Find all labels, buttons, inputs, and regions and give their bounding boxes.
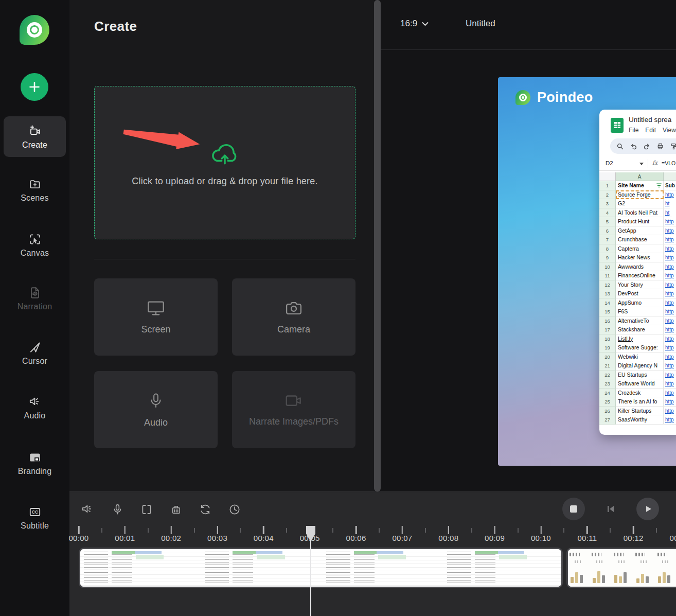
sheet-menu-edit: Edit: [645, 127, 656, 134]
aspect-ratio-value: 16:9: [400, 19, 417, 29]
clip-thumbnail-frame: [655, 549, 676, 587]
sheet-row: 20Webwikihttp: [599, 353, 676, 362]
audio-capture-button[interactable]: Audio: [94, 371, 218, 448]
create-panel: Create Click to upload or drag & drop yo…: [69, 0, 374, 491]
sheet-row: 17Stacksharehttp: [599, 325, 676, 335]
site-name-cell: AppSumo: [616, 298, 664, 308]
sheet-doc-title: Untitled sprea: [629, 116, 671, 124]
sheet-window: Untitled sprea File Edit View: [599, 110, 676, 435]
panel-title: Create: [94, 19, 137, 34]
row-number: 12: [599, 280, 616, 290]
column-b-header: [664, 172, 676, 181]
site-name-cell: Software World: [616, 379, 664, 389]
ruler-tick-major: [170, 526, 172, 534]
sheet-row: 12Your Storyhttp: [599, 280, 676, 290]
row-number: 19: [599, 343, 616, 353]
sheet-header-row: 1 Site Name Sub: [599, 181, 676, 190]
redo-icon: [644, 143, 650, 150]
camera-capture-button[interactable]: Camera: [232, 278, 355, 356]
preview-area: Poindeo Untitled sprea File Edit View: [381, 50, 676, 491]
sidebar-item-scenes[interactable]: Scenes: [4, 178, 66, 203]
ruler-tick-minor: [656, 528, 657, 533]
sidebar-item-subtitle[interactable]: CC Subtitle: [4, 505, 66, 531]
site-name-cell: Capterra: [616, 244, 664, 254]
sheet-menu-bar: File Edit View: [629, 127, 676, 134]
sheet-grid: 1 Site Name Sub 2Source Forgehttp3G2ht4A…: [599, 181, 676, 425]
site-name-cell: EU Startups: [616, 371, 664, 380]
site-link-cell: http: [664, 371, 676, 380]
ruler-tick-minor: [240, 528, 241, 533]
paint-format-icon: [670, 143, 676, 150]
filter-icon: [656, 183, 662, 188]
panel-scrollbar[interactable]: [374, 0, 381, 491]
ruler-tick-major: [494, 526, 495, 534]
print-icon: [657, 143, 664, 150]
canvas-icon: [28, 233, 42, 246]
sheet-row: 4AI Tools Neil Patht: [599, 208, 676, 218]
ruler-tick-minor: [194, 528, 195, 533]
project-title[interactable]: Untitled: [466, 19, 495, 29]
ruler-tick-minor: [425, 528, 426, 533]
narrate-images-pdfs-button[interactable]: Narrate Images/PDFs: [232, 371, 355, 448]
site-name-cell: Listl.ly: [616, 335, 664, 344]
ruler-tick-minor: [332, 528, 333, 533]
aspect-ratio-dropdown[interactable]: 16:9: [400, 19, 429, 29]
timeline-ruler[interactable]: 00:0000:0100:0200:0300:0400:0500:0600:07…: [69, 492, 676, 549]
site-name-cell: Awwwards: [616, 262, 664, 272]
screen-capture-button[interactable]: Screen: [94, 278, 218, 356]
row-number: 11: [599, 271, 616, 280]
app-window: Create Scenes Canvas: [0, 0, 676, 616]
sheet-row: 10Awwwardshttp: [599, 262, 676, 272]
sheet-row: 14AppSumohttp: [599, 298, 676, 308]
site-name-cell: Crozdesk: [616, 389, 664, 398]
site-link-cell: http: [664, 253, 676, 262]
row-number: 5: [599, 217, 616, 226]
cell-name-box: D2: [606, 160, 613, 166]
sidebar-item-branding[interactable]: Branding: [4, 451, 66, 476]
poindeo-logo-icon: [515, 90, 530, 105]
site-link-cell: http: [664, 325, 676, 335]
subtitle-icon: CC: [28, 505, 42, 519]
clip-thumbnail-frame: [590, 549, 612, 587]
site-name-cell: AlternativeTo: [616, 316, 664, 326]
sidebar-item-narration[interactable]: Narration: [4, 286, 66, 311]
branding-icon: [28, 451, 42, 464]
row-number: 1: [599, 181, 616, 190]
site-link-cell: http: [664, 244, 676, 254]
timeline-clip-2[interactable]: [566, 548, 676, 588]
sidebar-item-create[interactable]: Create: [4, 116, 66, 157]
search-icon: [617, 143, 624, 150]
sidebar-item-canvas[interactable]: Canvas: [4, 233, 66, 258]
row-number: 6: [599, 226, 616, 236]
cursor-highlight-overlay: [670, 198, 676, 219]
sheet-row: 26Killer Startupshttp: [599, 407, 676, 416]
timeline-clip-1[interactable]: [79, 548, 563, 588]
capture-button-label: Camera: [277, 324, 310, 335]
video-preview-canvas[interactable]: Poindeo Untitled sprea File Edit View: [498, 77, 676, 466]
site-link-cell: http: [664, 361, 676, 371]
ruler-tick-minor: [518, 528, 519, 533]
row-number: 10: [599, 262, 616, 272]
ruler-tick-major: [586, 526, 588, 534]
sidebar-item-label: Narration: [4, 302, 66, 311]
site-name-cell: GetApp: [616, 226, 664, 236]
ruler-label: 00:13: [670, 534, 676, 542]
ruler-tick-minor: [471, 528, 472, 533]
ruler-tick-major: [448, 526, 450, 534]
site-link-cell: http: [664, 343, 676, 353]
upload-dropzone[interactable]: Click to upload or drag & drop your file…: [94, 86, 355, 239]
row-number: 25: [599, 397, 616, 407]
sidebar-item-cursor[interactable]: Cursor: [4, 341, 66, 366]
sidebar-item-label: Canvas: [4, 249, 66, 258]
ruler-label: 00:12: [624, 534, 644, 542]
sidebar-item-audio[interactable]: Audio: [4, 395, 66, 420]
row-number: 8: [599, 244, 616, 254]
sheet-rows: 2Source Forgehttp3G2ht4AI Tools Neil Pat…: [599, 190, 676, 425]
site-link-cell: http: [664, 298, 676, 308]
sheet-row: 15F6Shttp: [599, 307, 676, 316]
row-number: 15: [599, 307, 616, 316]
app-logo[interactable]: [20, 15, 49, 45]
row-number: 18: [599, 335, 616, 344]
new-project-button[interactable]: [21, 73, 48, 101]
row-number: 17: [599, 325, 616, 335]
